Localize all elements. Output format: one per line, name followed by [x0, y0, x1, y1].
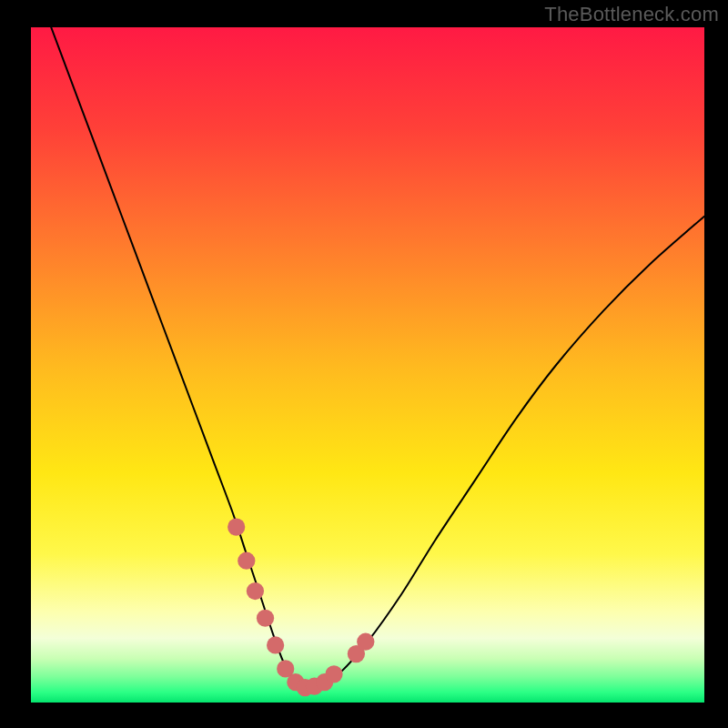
highlight-marker	[257, 610, 274, 627]
curve-layer	[31, 27, 704, 703]
highlight-marker	[357, 633, 374, 651]
highlight-marker	[325, 665, 342, 682]
highlight-marker	[238, 552, 255, 570]
bottleneck-curve	[31, 27, 704, 688]
watermark-text: TheBottleneck.com	[544, 3, 719, 26]
marker-group	[228, 518, 374, 696]
highlight-marker	[228, 518, 245, 535]
highlight-marker	[267, 636, 284, 653]
plot-area	[31, 27, 704, 703]
highlight-marker	[247, 582, 264, 600]
chart-frame	[0, 0, 728, 728]
